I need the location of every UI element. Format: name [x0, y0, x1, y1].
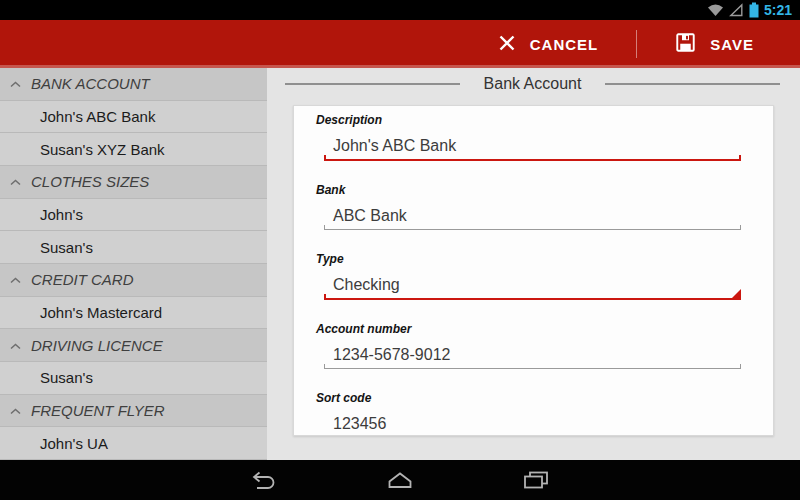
sidebar-item-johns-abc-bank[interactable]: John's ABC Bank: [0, 101, 267, 134]
account-number-input[interactable]: 1234-5678-9012: [316, 345, 741, 365]
sidebar-header-label: DRIVING LICENCE: [31, 337, 163, 354]
save-button[interactable]: SAVE: [671, 24, 758, 64]
sidebar-header-clothes-sizes[interactable]: CLOTHES SIZES: [0, 166, 267, 199]
back-icon[interactable]: [248, 469, 280, 491]
title-rule-left: [285, 83, 460, 85]
bank-underline: [324, 229, 741, 230]
sidebar-item-susans-licence[interactable]: Susan's: [0, 362, 267, 395]
field-label: Description: [316, 113, 741, 127]
collapse-caret-icon: [9, 271, 22, 288]
field-bank: Bank ABC Bank: [294, 183, 773, 230]
entry-form-card: Description John's ABC Bank Bank ABC Ban…: [293, 105, 774, 436]
entry-title-row: Bank Account: [285, 74, 780, 94]
field-type: Type Checking: [294, 252, 773, 300]
sidebar-item-label: John's Mastercard: [40, 304, 162, 321]
sidebar-item-label: John's ABC Bank: [40, 108, 155, 125]
sidebar-item-label: Susan's XYZ Bank: [40, 141, 165, 158]
signal-icon: [729, 3, 744, 17]
sidebar-header-label: BANK ACCOUNT: [31, 75, 150, 92]
bank-input[interactable]: ABC Bank: [316, 206, 741, 226]
field-account-number: Account number 1234-5678-9012: [294, 322, 773, 369]
type-underline: [324, 298, 741, 300]
cancel-button[interactable]: CANCEL: [494, 26, 603, 63]
sidebar-item-label: Susan's: [40, 369, 93, 386]
description-input[interactable]: John's ABC Bank: [316, 136, 741, 156]
field-label: Account number: [316, 322, 741, 336]
sidebar-header-bank-account[interactable]: BANK ACCOUNT: [0, 68, 267, 101]
type-spinner[interactable]: Checking: [316, 275, 741, 295]
spinner-dropdown-icon[interactable]: [730, 289, 741, 300]
sidebar-item-label: Susan's: [40, 239, 93, 256]
field-label: Bank: [316, 183, 741, 197]
field-label: Sort code: [316, 391, 741, 405]
home-icon[interactable]: [384, 469, 416, 491]
sidebar-item-johns-mastercard[interactable]: John's Mastercard: [0, 297, 267, 330]
collapse-caret-icon: [9, 337, 22, 354]
sidebar-item-label: John's UA: [40, 435, 108, 452]
save-label: SAVE: [710, 36, 754, 53]
detail-pane: Bank Account Description John's ABC Bank…: [267, 68, 800, 460]
wifi-icon: [707, 3, 724, 17]
sidebar-header-label: CREDIT CARD: [31, 271, 134, 288]
action-bar-divider: [636, 30, 637, 58]
sidebar-header-driving-licence[interactable]: DRIVING LICENCE: [0, 329, 267, 362]
sidebar-header-credit-card[interactable]: CREDIT CARD: [0, 264, 267, 297]
cancel-label: CANCEL: [530, 36, 599, 53]
status-bar: 5:21: [0, 0, 800, 20]
description-underline-focused: [324, 159, 741, 161]
sidebar-item-johns-ua[interactable]: John's UA: [0, 427, 267, 460]
sidebar-header-label: FREQUENT FLYER: [31, 402, 165, 419]
title-rule-right: [605, 83, 780, 85]
field-description: Description John's ABC Bank: [294, 113, 773, 161]
sidebar-header-label: CLOTHES SIZES: [31, 173, 149, 190]
field-sort-code: Sort code 123456: [294, 391, 773, 434]
sidebar-item-johns-clothes[interactable]: John's: [0, 199, 267, 232]
account-number-underline: [324, 368, 741, 369]
collapse-caret-icon: [9, 173, 22, 190]
sidebar-item-label: John's: [40, 206, 83, 223]
collapse-caret-icon: [9, 75, 22, 92]
save-floppy-icon: [675, 32, 696, 56]
sidebar-item-susans-clothes[interactable]: Susan's: [0, 231, 267, 264]
battery-icon: [749, 2, 759, 18]
category-sidebar: BANK ACCOUNT John's ABC Bank Susan's XYZ…: [0, 68, 267, 460]
collapse-caret-icon: [9, 402, 22, 419]
android-nav-bar: [0, 460, 800, 500]
sort-code-input[interactable]: 123456: [316, 414, 741, 434]
page-title: Bank Account: [484, 75, 582, 93]
action-bar: CANCEL SAVE: [0, 20, 800, 68]
clock: 5:21: [764, 0, 792, 20]
close-icon: [498, 34, 516, 55]
sidebar-header-frequent-flyer[interactable]: FREQUENT FLYER: [0, 395, 267, 428]
sidebar-item-susans-xyz-bank[interactable]: Susan's XYZ Bank: [0, 133, 267, 166]
field-label: Type: [316, 252, 741, 266]
recents-icon[interactable]: [520, 469, 552, 491]
